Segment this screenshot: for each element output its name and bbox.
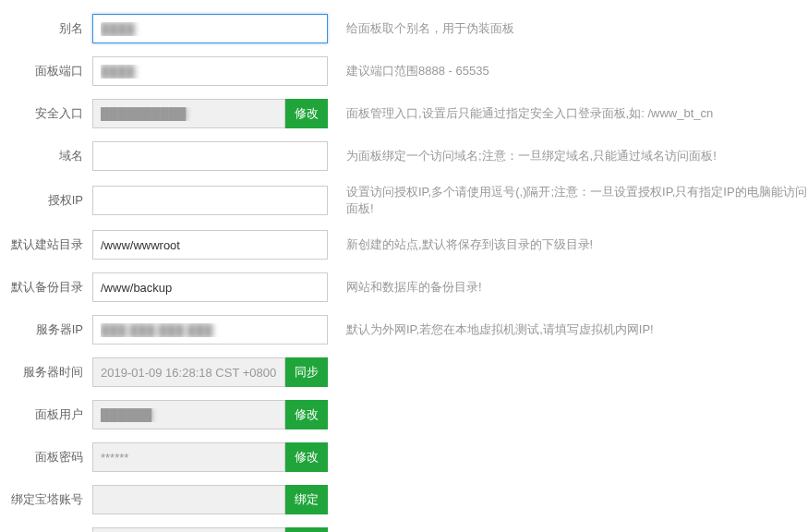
alias-hint: 给面板取个别名，用于伪装面板: [346, 20, 808, 37]
servertime-input: [92, 357, 285, 387]
backupdir-input[interactable]: [92, 272, 328, 302]
alias-label: 别名: [0, 20, 92, 37]
authip-hint: 设置访问授权IP,多个请使用逗号(,)隔开;注意：一旦设置授权IP,只有指定IP…: [346, 184, 808, 217]
btaccount-label: 绑定宝塔账号: [0, 491, 92, 508]
entry-modify-button[interactable]: 修改: [285, 99, 328, 128]
sitedir-hint: 新创建的站点,默认将保存到该目录的下级目录!: [346, 236, 808, 253]
entry-label: 安全入口: [0, 105, 92, 122]
sitedir-label: 默认建站目录: [0, 236, 92, 253]
panelpass-label: 面板密码: [0, 449, 92, 466]
entry-hint: 面板管理入口,设置后只能通过指定安全入口登录面板,如: /www_bt_cn: [346, 105, 808, 122]
paneluser-modify-button[interactable]: 修改: [285, 400, 328, 429]
panelpass-modify-button[interactable]: 修改: [285, 442, 328, 472]
paneluser-label: 面板用户: [0, 406, 92, 423]
port-label: 面板端口: [0, 63, 92, 79]
backupdir-hint: 网站和数据库的备份目录!: [346, 279, 808, 296]
entry-input: [92, 99, 285, 128]
wechat-input: [92, 527, 285, 532]
btaccount-input: [92, 485, 285, 514]
port-hint: 建议端口范围8888 - 65535: [346, 63, 808, 79]
domain-hint: 为面板绑定一个访问域名;注意：一旦绑定域名,只能通过域名访问面板!: [346, 148, 808, 164]
serverip-label: 服务器IP: [0, 321, 92, 338]
authip-label: 授权IP: [0, 192, 92, 209]
backupdir-label: 默认备份目录: [0, 279, 92, 296]
serverip-hint: 默认为外网IP,若您在本地虚拟机测试,请填写虚拟机内网IP!: [346, 321, 808, 338]
servertime-label: 服务器时间: [0, 364, 92, 381]
sitedir-input[interactable]: [92, 230, 328, 260]
port-input[interactable]: [92, 56, 328, 86]
panelpass-input: [92, 442, 285, 472]
serverip-input[interactable]: [92, 315, 328, 345]
paneluser-input: [92, 400, 285, 429]
domain-label: 域名: [0, 148, 92, 164]
servertime-sync-button[interactable]: 同步: [285, 357, 328, 387]
alias-input[interactable]: [92, 14, 328, 43]
wechat-bind-button[interactable]: 绑定: [285, 527, 328, 532]
authip-input[interactable]: [92, 186, 328, 215]
btaccount-bind-button[interactable]: 绑定: [285, 485, 328, 514]
domain-input[interactable]: [92, 141, 328, 171]
